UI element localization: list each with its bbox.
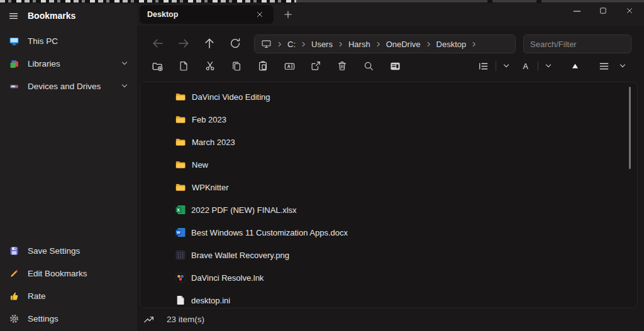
close-button[interactable] xyxy=(620,3,639,18)
tab-desktop[interactable]: Desktop xyxy=(140,5,274,24)
item-count-label: 23 item(s) xyxy=(167,315,204,324)
toolbar-left: A xyxy=(148,57,404,75)
svg-text:W: W xyxy=(177,231,180,234)
delete-icon xyxy=(336,60,348,72)
layout-list-dropdown-button[interactable] xyxy=(500,57,513,75)
copy-button[interactable] xyxy=(228,57,245,75)
sort-letter-button[interactable]: A xyxy=(516,57,534,75)
file-name: March 2023 xyxy=(192,138,235,147)
search-icon xyxy=(363,60,374,72)
sidebar-item-settings[interactable]: Settings xyxy=(0,307,137,330)
trend-arrow-icon xyxy=(143,315,155,324)
sidebar-item-devices-and-drives[interactable]: Devices and Drives xyxy=(0,75,137,97)
up-button[interactable] xyxy=(201,35,218,52)
paste-button[interactable] xyxy=(254,57,272,75)
sidebar-item-rate[interactable]: Rate xyxy=(0,285,137,307)
thumbs-up-icon xyxy=(9,291,19,301)
folder-icon xyxy=(175,115,186,124)
share-icon xyxy=(310,60,321,72)
chevron-down-icon xyxy=(619,62,626,70)
computer-icon xyxy=(261,39,272,49)
svg-text:A: A xyxy=(287,64,290,68)
search-input[interactable] xyxy=(523,35,631,53)
toolbar-right: A xyxy=(474,57,629,75)
breadcrumb-item-harsh[interactable]: Harsh xyxy=(348,40,370,49)
toolbar-divider xyxy=(496,61,496,71)
cut-button[interactable] xyxy=(201,57,219,75)
minimize-button[interactable] xyxy=(567,3,586,18)
sidebar-item-label: Devices and Drives xyxy=(28,82,101,91)
rename-button[interactable]: A xyxy=(280,57,298,75)
folder-icon xyxy=(175,183,186,192)
folder-icon xyxy=(175,160,186,169)
back-button[interactable] xyxy=(150,35,166,52)
file-icon xyxy=(175,295,186,305)
plus-icon xyxy=(283,9,293,19)
file-row[interactable]: DaVinci Video Editing xyxy=(140,85,637,108)
chevron-right-icon xyxy=(425,41,432,48)
file-rows: DaVinci Video EditingFeb 2023March 2023N… xyxy=(140,82,637,308)
file-row[interactable]: DaVinci Resolve.lnk xyxy=(140,266,637,289)
new-file-button[interactable] xyxy=(175,57,192,75)
sidebar-item-this-pc[interactable]: This PC xyxy=(0,30,137,52)
back-icon xyxy=(151,36,165,50)
layout-list-button[interactable] xyxy=(474,57,492,75)
menu-lines-icon xyxy=(598,60,610,72)
menu-lines-button[interactable] xyxy=(595,57,613,75)
file-name: WPKnitter xyxy=(192,183,229,192)
sidebar-item-save-settings[interactable]: Save Settings xyxy=(0,239,137,262)
file-row[interactable]: New xyxy=(140,153,637,176)
breadcrumb-item-onedrive[interactable]: OneDrive xyxy=(386,40,421,49)
sidebar-item-libraries[interactable]: Libraries xyxy=(0,52,137,75)
menu-lines-group xyxy=(595,57,629,75)
delete-button[interactable] xyxy=(333,57,351,75)
paste-icon xyxy=(257,60,269,72)
hamburger-menu-button[interactable] xyxy=(8,11,19,21)
sort-letter-dropdown-button[interactable] xyxy=(542,57,555,75)
layout-list-icon xyxy=(477,60,489,72)
file-list-panel: DaVinci Video EditingFeb 2023March 2023N… xyxy=(140,82,638,308)
file-row[interactable]: X2022 PDF (NEW) FINAL.xlsx xyxy=(140,198,637,221)
file-row[interactable]: WPKnitter xyxy=(140,176,637,198)
file-name: Brave Wallet Recovery.png xyxy=(191,251,289,260)
details-pane-button[interactable] xyxy=(386,57,404,75)
breadcrumb-item-desktop[interactable]: Desktop xyxy=(436,40,467,49)
status-trend xyxy=(143,315,155,324)
file-row[interactable]: Brave Wallet Recovery.png xyxy=(140,244,637,266)
file-row[interactable]: Feb 2023 xyxy=(140,108,637,131)
new-tab-button[interactable] xyxy=(282,8,294,21)
file-name: DaVinci Video Editing xyxy=(192,92,270,102)
share-button[interactable] xyxy=(307,57,325,75)
sidebar-item-edit-bookmarks[interactable]: Edit Bookmarks xyxy=(0,262,137,285)
file-row[interactable]: desktop.ini xyxy=(140,289,637,308)
menu-lines-dropdown-button[interactable] xyxy=(616,57,629,75)
tab-close-button[interactable] xyxy=(253,8,266,21)
chevron-right-icon xyxy=(470,41,477,48)
breadcrumb-item-users[interactable]: Users xyxy=(311,40,333,49)
maximize-button[interactable] xyxy=(594,3,613,18)
excel-icon: X xyxy=(175,205,186,215)
layout-list-group xyxy=(474,57,513,75)
sidebar-item-label: Edit Bookmarks xyxy=(28,269,87,278)
libraries-icon xyxy=(9,58,19,69)
chevron-right-icon xyxy=(276,41,283,48)
sidebar-item-label: Libraries xyxy=(28,59,60,68)
svg-text:A: A xyxy=(523,62,528,70)
refresh-button[interactable] xyxy=(227,35,243,52)
sidebar-items: This PCLibrariesDevices and Drives xyxy=(0,30,137,97)
search-button[interactable] xyxy=(360,57,377,75)
details-pane-icon xyxy=(389,60,401,72)
sidebar-title: Bookmarks xyxy=(28,11,75,21)
breadcrumb[interactable]: C:UsersHarshOneDriveDesktop xyxy=(254,35,516,53)
sort-ascending-icon xyxy=(570,61,580,72)
scrollbar-thumb[interactable] xyxy=(629,87,631,169)
davinci-resolve-icon xyxy=(175,273,186,283)
sort-ascending-button[interactable] xyxy=(566,57,584,75)
breadcrumb-item-c[interactable]: C: xyxy=(287,40,296,49)
forward-button[interactable] xyxy=(175,35,192,52)
file-row[interactable]: March 2023 xyxy=(140,131,637,153)
hamburger-menu-icon xyxy=(8,11,19,21)
chevron-down-icon xyxy=(121,82,128,90)
file-row[interactable]: WBest Windows 11 Customization Apps.docx xyxy=(140,221,637,244)
new-folder-button[interactable] xyxy=(148,57,166,75)
